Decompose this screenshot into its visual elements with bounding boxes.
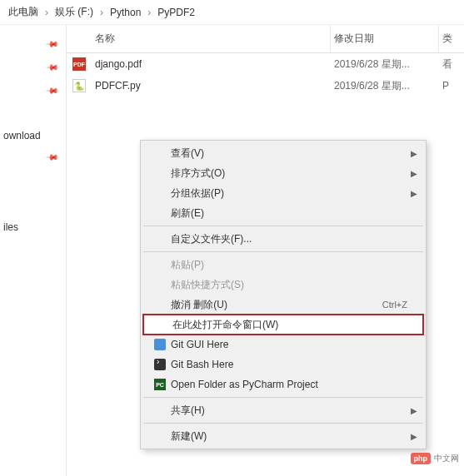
- file-row[interactable]: 🐍 PDFCF.py 2019/6/28 星期... P: [67, 75, 464, 97]
- chevron-right-icon: ▶: [411, 406, 417, 415]
- pdf-icon: PDF: [67, 57, 92, 71]
- menu-customize-folder[interactable]: 自定义文件夹(F)...: [142, 229, 424, 249]
- chevron-right-icon: ▶: [411, 189, 417, 198]
- file-date: 2019/6/28 星期...: [331, 79, 439, 93]
- menu-paste-shortcut: 粘贴快捷方式(S): [142, 275, 424, 295]
- column-header-date[interactable]: 修改日期: [331, 25, 439, 52]
- menu-separator: [143, 397, 423, 398]
- file-list-header: 名称 修改日期 类: [67, 25, 464, 53]
- pin-icon: 📌: [46, 37, 59, 50]
- context-menu: 查看(V) ▶ 排序方式(O) ▶ 分组依据(P) ▶ 刷新(E) 自定义文件夹…: [140, 140, 427, 449]
- sidebar-pin-row: 📌: [0, 145, 66, 168]
- menu-separator: [143, 251, 423, 252]
- pycharm-icon: PC: [154, 379, 166, 390]
- watermark: php 中文网: [411, 453, 460, 464]
- column-header-name[interactable]: 名称: [92, 25, 331, 52]
- menu-undo-delete[interactable]: 撤消 删除(U) Ctrl+Z: [142, 295, 424, 315]
- pin-icon: 📌: [46, 60, 59, 73]
- chevron-right-icon: ›: [45, 7, 48, 18]
- menu-git-gui[interactable]: Git GUI Here: [142, 335, 424, 355]
- file-name: django.pdf: [92, 58, 331, 70]
- chevron-right-icon: ▶: [411, 169, 417, 178]
- breadcrumb-item[interactable]: 娱乐 (F:): [55, 5, 93, 19]
- chevron-right-icon: ›: [100, 7, 103, 18]
- menu-group[interactable]: 分组依据(P) ▶: [142, 183, 424, 203]
- sidebar-pin-row: 📌: [0, 78, 66, 102]
- pin-icon: 📌: [46, 150, 59, 163]
- sidebar-pin-row: 📌: [0, 55, 66, 78]
- menu-git-bash[interactable]: Git Bash Here: [142, 355, 424, 374]
- breadcrumb[interactable]: 此电脑 › 娱乐 (F:) › Python › PyPDF2: [0, 0, 464, 25]
- sidebar: 📌 📌 📌 ownload 📌 iles: [0, 25, 67, 476]
- git-bash-icon: [154, 359, 166, 370]
- breadcrumb-item[interactable]: Python: [110, 7, 141, 18]
- chevron-right-icon: ›: [147, 7, 151, 18]
- menu-refresh[interactable]: 刷新(E): [142, 203, 424, 223]
- menu-sort[interactable]: 排序方式(O) ▶: [142, 163, 424, 183]
- watermark-badge: php: [411, 453, 432, 464]
- menu-pycharm-open[interactable]: PC Open Folder as PyCharm Project: [142, 374, 424, 394]
- menu-paste: 粘贴(P): [142, 255, 424, 275]
- menu-shortcut-label: Ctrl+Z: [382, 300, 407, 310]
- sidebar-item-files[interactable]: iles: [0, 218, 66, 236]
- python-file-icon: 🐍: [67, 79, 92, 92]
- menu-separator: [143, 423, 423, 424]
- file-row[interactable]: PDF django.pdf 2019/6/28 星期... 看: [67, 53, 464, 75]
- menu-new[interactable]: 新建(W) ▶: [142, 426, 424, 446]
- git-gui-icon: [154, 339, 166, 350]
- sidebar-pin-row: 📌: [0, 32, 66, 55]
- pin-icon: 📌: [46, 83, 59, 97]
- file-date: 2019/6/28 星期...: [331, 57, 439, 72]
- breadcrumb-item[interactable]: PyPDF2: [157, 7, 195, 18]
- sidebar-item-download[interactable]: ownload: [0, 126, 66, 145]
- menu-separator: [143, 226, 423, 226]
- column-header-type[interactable]: 类: [439, 25, 464, 52]
- menu-share[interactable]: 共享(H) ▶: [142, 400, 424, 420]
- file-type: P: [439, 80, 464, 92]
- file-name: PDFCF.py: [92, 80, 331, 92]
- menu-view[interactable]: 查看(V) ▶: [142, 143, 424, 163]
- file-type: 看: [439, 57, 464, 72]
- chevron-right-icon: ▶: [411, 432, 417, 441]
- watermark-text: 中文网: [434, 453, 459, 464]
- breadcrumb-item[interactable]: 此电脑: [8, 5, 38, 19]
- chevron-right-icon: ▶: [411, 149, 417, 158]
- menu-open-command-window[interactable]: 在此处打开命令窗口(W): [142, 314, 424, 335]
